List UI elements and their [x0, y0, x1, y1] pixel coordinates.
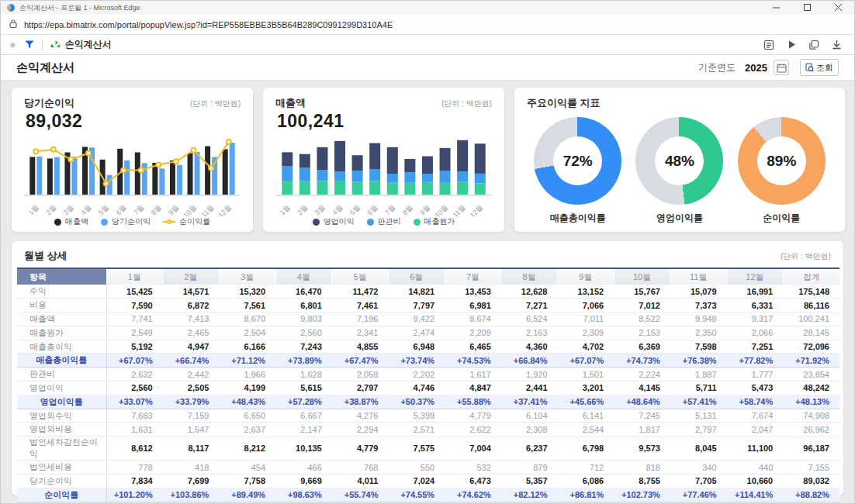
cell-value: 15,320 — [219, 285, 275, 299]
close-button[interactable] — [835, 4, 843, 12]
column-header: 2월 — [163, 268, 220, 285]
cell-value: +101.20% — [106, 488, 163, 502]
cell-value: 7,271 — [501, 299, 558, 312]
legend-item: 판관비 — [367, 216, 401, 227]
search-button[interactable]: 조회 — [800, 59, 839, 76]
cell-value: 768 — [332, 461, 389, 475]
svg-text:1월: 1월 — [27, 203, 40, 216]
maximize-button[interactable] — [804, 4, 812, 12]
minimize-button[interactable] — [773, 4, 781, 12]
cell-value: 2,637 — [219, 423, 275, 437]
cell-value: 5,711 — [670, 381, 727, 395]
cell-value: 7,373 — [670, 299, 727, 312]
cell-value: +86.81% — [558, 488, 614, 502]
cell-value: 1,501 — [558, 368, 614, 381]
revenue-stacked-chart: 1월2월3월4월5월6월7월8월9월10월11월12월 — [275, 133, 492, 216]
svg-text:10월: 10월 — [433, 203, 449, 216]
copy-icon[interactable] — [807, 38, 821, 52]
donut-row: 72%매출총이익률48%영업이익률89%순이익률 — [527, 117, 832, 225]
cell-value: 6,331 — [727, 299, 784, 312]
svg-text:4월: 4월 — [331, 203, 344, 216]
ratio-indicators-card: 주요이익률 지표 72%매출총이익률48%영업이익률89%순이익률 — [514, 88, 845, 232]
table-row: 영업이익률+33.07%+33.79%+48.43%+57.28%+38.87%… — [17, 395, 839, 409]
cell-value: +50.37% — [388, 395, 445, 409]
cell-value: 14,571 — [163, 285, 220, 299]
legend-item: 매출액 — [54, 216, 88, 227]
cell-value: 4,199 — [219, 381, 275, 395]
cell-value: 175,148 — [783, 285, 839, 299]
filter-icon[interactable] — [25, 40, 34, 49]
row-label: 법인세비용 — [17, 461, 106, 475]
cell-value: 454 — [219, 461, 275, 475]
cell-value: 6,104 — [501, 409, 558, 423]
calendar-button[interactable] — [774, 60, 789, 75]
report-tab-label[interactable]: 손익계산서 — [65, 38, 112, 51]
net-income-value: 89,032 — [26, 111, 241, 132]
title-bar: 손익계산서 - 프로필 1 - Microsoft Edge — [1, 1, 854, 15]
row-label: 순이익률 — [17, 488, 106, 502]
cell-value: 28,145 — [783, 326, 839, 340]
cell-value: 2,058 — [332, 368, 389, 381]
svg-text:3월: 3월 — [62, 203, 75, 216]
svg-text:6월: 6월 — [115, 203, 128, 216]
cell-value: 1,920 — [501, 368, 558, 381]
table-row: 영업외수익7,6837,1596,6506,6674,2765,3994,779… — [17, 409, 839, 423]
cell-value: +55.88% — [445, 395, 501, 409]
cell-value: +82.12% — [501, 488, 558, 502]
cell-value: 4,746 — [388, 381, 445, 395]
cell-value: 23,854 — [783, 368, 839, 381]
revenue-card-unit: (단위 : 백만원) — [441, 98, 492, 109]
column-header: 8월 — [501, 268, 558, 285]
bookmark-toolbar: ★ 손익계산서 — [1, 35, 854, 55]
cell-value: 6,141 — [558, 409, 614, 423]
lock-icon — [9, 18, 18, 32]
legend-item: 순이익률 — [163, 216, 210, 227]
cell-value: +114.41% — [727, 488, 784, 502]
cell-value: 2,209 — [445, 326, 501, 340]
cell-value: 4,145 — [614, 381, 670, 395]
svg-text:12월: 12월 — [217, 203, 234, 216]
cell-value: 6,981 — [445, 299, 501, 312]
cell-value: 6,872 — [163, 299, 220, 312]
cell-value: +77.46% — [670, 488, 727, 502]
column-header: 1월 — [106, 268, 163, 285]
address-bar[interactable]: https://epa.bimatrix.com/portal/popupVie… — [1, 15, 854, 35]
table-row: 매출액7,7417,4138,6709,8037,1969,4228,6746,… — [17, 312, 839, 326]
svg-text:1월: 1월 — [279, 203, 292, 216]
cell-value: 10,660 — [727, 475, 784, 488]
cell-value: 1,617 — [445, 368, 501, 381]
cell-value: 4,855 — [332, 340, 389, 354]
play-icon[interactable] — [784, 38, 798, 52]
download-icon[interactable] — [829, 38, 843, 52]
base-year-value[interactable]: 2025 — [745, 62, 767, 74]
row-label: 판관비 — [17, 368, 106, 381]
cell-value: +33.07% — [106, 395, 163, 409]
table-row: 매출총이익5,1924,9476,1667,2434,8556,9486,465… — [17, 340, 839, 354]
cell-value: 7,004 — [445, 437, 501, 461]
net-income-card-title: 당기순이익 — [24, 96, 74, 110]
monthly-detail-card: 월별 상세 (단위 : 백만원) 항목1월2월3월4월5월6월7월8월9월10월… — [12, 241, 843, 495]
dashboard-content: 당기순이익 (단위 : 백만원) 89,032 1월2월3월4월5월6월7월8월… — [1, 81, 854, 503]
cell-value: 9,317 — [727, 312, 784, 326]
cell-value: 7,011 — [558, 312, 614, 326]
cell-value: 6,667 — [275, 409, 332, 423]
cell-value: 89,032 — [783, 475, 839, 488]
window-title: 손익계산서 - 프로필 1 - Microsoft Edge — [19, 3, 140, 13]
cell-value: 72,096 — [783, 340, 839, 354]
cell-value: +71.92% — [783, 354, 839, 368]
row-label: 매출총이익 — [17, 340, 106, 354]
cell-value: +77.82% — [727, 354, 784, 368]
star-icon[interactable]: ★ — [9, 40, 17, 50]
cell-value: 26,962 — [783, 423, 839, 437]
cell-value: 1,817 — [614, 423, 670, 437]
cell-value: 2,202 — [388, 368, 445, 381]
table-row: 순이익률+101.20%+103.86%+89.49%+98.63%+55.74… — [17, 488, 839, 502]
cell-value: 5,399 — [388, 409, 445, 423]
table-unit: (단위 : 백만원) — [781, 251, 831, 262]
report-icon[interactable] — [762, 38, 776, 52]
cell-value: 2,341 — [332, 326, 389, 340]
cell-value: 2,571 — [388, 423, 445, 437]
legend-item: 매출원가 — [414, 216, 455, 227]
cell-value: 1,887 — [670, 368, 727, 381]
net-income-card: 당기순이익 (단위 : 백만원) 89,032 1월2월3월4월5월6월7월8월… — [12, 88, 253, 232]
